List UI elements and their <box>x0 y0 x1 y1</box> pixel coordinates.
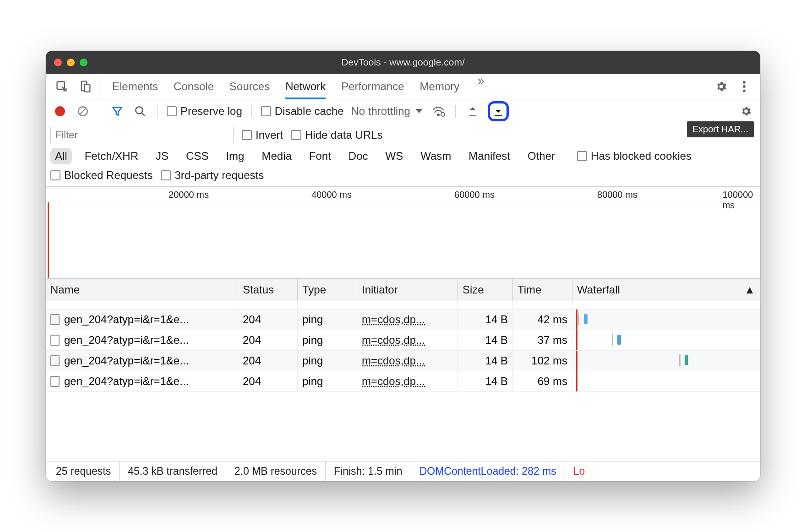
import-har-icon[interactable] <box>465 103 480 119</box>
filter-chip-wasm[interactable]: Wasm <box>416 148 456 164</box>
export-har-button[interactable] <box>488 101 509 121</box>
disable-cache-label: Disable cache <box>275 105 344 118</box>
cell-initiator[interactable]: m=cdos,dp... <box>357 351 458 371</box>
cell-time: 102 ms <box>513 351 572 371</box>
cell-name: gen_204?atyp=i&r=1&e... <box>46 330 238 351</box>
tick-label: 60000 ms <box>454 190 495 200</box>
table-row[interactable]: gen_204?atyp=i&r=1&e...204pingm=cdos,dp.… <box>46 351 760 371</box>
filter-input[interactable] <box>50 127 234 143</box>
cell-time: 69 ms <box>513 371 572 392</box>
cell-waterfall <box>572 371 760 392</box>
col-time[interactable]: Time <box>513 279 572 301</box>
invert-checkbox[interactable]: Invert <box>242 129 283 141</box>
network-conditions-icon[interactable] <box>430 103 446 119</box>
filter-funnel-icon[interactable] <box>109 103 125 119</box>
file-icon <box>50 314 60 325</box>
has-blocked-cookies-label: Has blocked cookies <box>591 150 692 163</box>
filter-chip-js[interactable]: JS <box>151 148 173 164</box>
blocked-requests-label: Blocked Requests <box>64 169 152 182</box>
hide-data-urls-label: Hide data URLs <box>305 129 382 141</box>
titlebar: DevTools - www.google.com/ <box>46 51 760 74</box>
network-settings-gear-icon[interactable] <box>738 103 754 119</box>
checkbox-icon <box>161 170 171 180</box>
dcl-marker <box>576 371 577 391</box>
tab-elements[interactable]: Elements <box>112 74 158 99</box>
table-row[interactable] <box>46 301 760 309</box>
sort-asc-icon: ▲ <box>744 283 755 296</box>
third-party-label: 3rd-party requests <box>174 169 264 182</box>
throttling-value: No throttling <box>351 105 410 118</box>
cell-size: 14 B <box>458 371 513 392</box>
filter-chip-css[interactable]: CSS <box>181 148 213 164</box>
cell-type: ping <box>298 309 357 330</box>
filter-chip-img[interactable]: Img <box>221 148 249 164</box>
throttling-select[interactable]: No throttling <box>351 105 423 118</box>
devtools-window: DevTools - www.google.com/ Elements Cons… <box>46 51 760 481</box>
preserve-log-checkbox[interactable]: Preserve log <box>167 105 242 118</box>
blocked-requests-checkbox[interactable]: Blocked Requests <box>50 169 152 182</box>
filter-chip-manifest[interactable]: Manifest <box>464 148 515 164</box>
status-finish: Finish: 1.5 min <box>326 461 411 481</box>
device-toggle-icon[interactable] <box>78 79 93 94</box>
col-initiator[interactable]: Initiator <box>357 279 458 301</box>
cell-time: 37 ms <box>513 330 572 351</box>
disable-cache-checkbox[interactable]: Disable cache <box>261 105 344 118</box>
filter-chip-ws[interactable]: WS <box>381 148 408 164</box>
tab-network[interactable]: Network <box>285 74 326 99</box>
cell-size: 14 B <box>458 351 513 371</box>
filter-chip-font[interactable]: Font <box>305 148 336 164</box>
hide-data-urls-checkbox[interactable]: Hide data URLs <box>291 129 382 141</box>
table-row[interactable]: gen_204?atyp=i&r=1&e...204pingm=cdos,dp.… <box>46 309 760 330</box>
status-dcl: DOMContentLoaded: 282 ms <box>411 461 565 481</box>
timeline-overview[interactable]: 20000 ms 40000 ms 60000 ms 80000 ms 1000… <box>46 187 760 278</box>
preserve-log-label: Preserve log <box>180 105 242 118</box>
col-size[interactable]: Size <box>458 279 513 301</box>
tabs-overflow-button[interactable]: » <box>475 74 487 99</box>
timeline-body[interactable] <box>46 202 760 278</box>
settings-gear-icon[interactable] <box>713 79 729 94</box>
col-name[interactable]: Name <box>46 279 238 301</box>
status-load: Lo <box>565 461 594 481</box>
tab-console[interactable]: Console <box>174 74 214 99</box>
col-type[interactable]: Type <box>298 279 357 301</box>
checkbox-icon <box>577 151 587 161</box>
tab-sources[interactable]: Sources <box>229 74 270 99</box>
cell-initiator[interactable]: m=cdos,dp... <box>357 371 458 392</box>
filter-chip-fetch[interactable]: Fetch/XHR <box>80 148 143 164</box>
filter-chip-doc[interactable]: Doc <box>344 148 373 164</box>
download-icon <box>493 105 504 117</box>
status-requests: 25 requests <box>48 461 120 481</box>
filter-chip-media[interactable]: Media <box>257 148 296 164</box>
requests-table: Name Status Type Initiator Size Time Wat… <box>46 278 760 461</box>
filter-bar: Invert Hide data URLs All Fetch/XHR JS C… <box>46 123 760 187</box>
col-status[interactable]: Status <box>238 279 298 301</box>
tab-performance[interactable]: Performance <box>341 74 404 99</box>
table-row[interactable]: gen_204?atyp=i&r=1&e...204pingm=cdos,dp.… <box>46 371 760 392</box>
cell-waterfall <box>572 309 760 330</box>
cell-initiator[interactable]: m=cdos,dp... <box>357 330 458 351</box>
svg-point-4 <box>743 85 746 88</box>
cell-initiator[interactable]: m=cdos,dp... <box>357 309 458 330</box>
inspect-icon[interactable] <box>54 79 70 94</box>
network-toolbar: Preserve log Disable cache No throttling… <box>46 99 760 123</box>
cell-status: 204 <box>238 309 298 330</box>
kebab-menu-icon[interactable] <box>736 79 752 94</box>
filter-chip-all[interactable]: All <box>50 148 72 164</box>
invert-label: Invert <box>256 129 283 141</box>
checkbox-icon <box>242 130 252 140</box>
svg-point-8 <box>437 114 439 116</box>
tab-memory[interactable]: Memory <box>420 74 460 99</box>
cell-size: 14 B <box>458 309 513 330</box>
col-waterfall[interactable]: Waterfall▲ <box>572 279 760 301</box>
tick-label: 20000 ms <box>169 190 209 200</box>
third-party-checkbox[interactable]: 3rd-party requests <box>161 169 264 182</box>
file-icon <box>50 335 60 346</box>
table-row[interactable]: gen_204?atyp=i&r=1&e...204pingm=cdos,dp.… <box>46 330 760 351</box>
clear-icon[interactable] <box>75 103 91 119</box>
search-icon[interactable] <box>132 103 148 119</box>
record-button[interactable] <box>52 103 68 119</box>
has-blocked-cookies-checkbox[interactable]: Has blocked cookies <box>577 150 692 163</box>
filter-chip-other[interactable]: Other <box>523 148 560 164</box>
timeline-ruler: 20000 ms 40000 ms 60000 ms 80000 ms 1000… <box>46 187 760 202</box>
cell-type: ping <box>298 371 357 392</box>
